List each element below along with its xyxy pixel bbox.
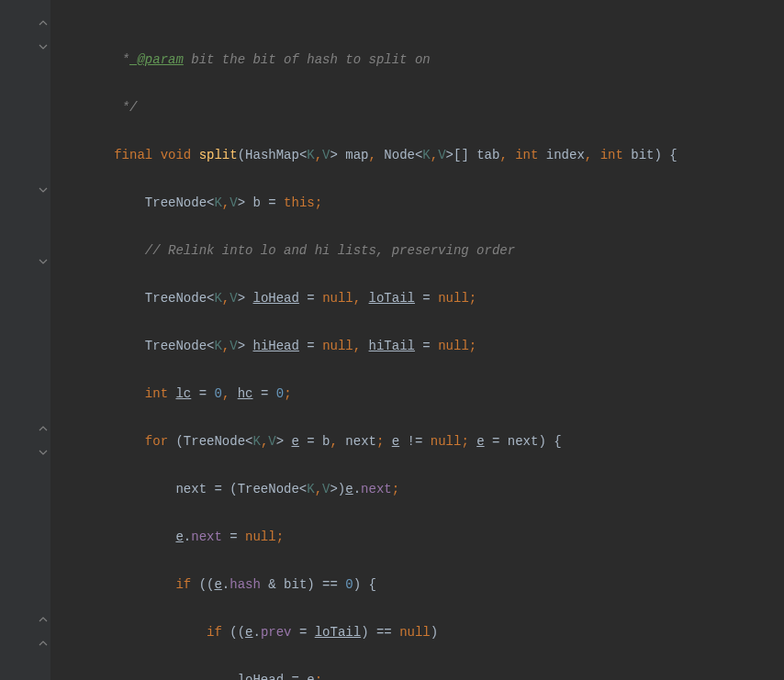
code-line[interactable]: for (TreeNode<K,V> e = b, next; e != nul…	[52, 429, 784, 453]
fold-up-icon[interactable]	[39, 615, 48, 624]
fold-down-icon[interactable]	[39, 448, 48, 457]
fold-up-icon[interactable]	[39, 18, 48, 28]
code-line[interactable]: TreeNode<K,V> hiHead = null, hiTail = nu…	[52, 334, 784, 358]
code-area[interactable]: * @param bit the bit of hash to split on…	[50, 0, 784, 680]
fold-down-icon[interactable]	[39, 257, 48, 266]
code-line[interactable]: e.next = null;	[52, 525, 784, 549]
code-line[interactable]: */	[52, 95, 784, 119]
fold-up-icon[interactable]	[39, 424, 48, 433]
fold-down-icon[interactable]	[39, 185, 48, 195]
code-line[interactable]: TreeNode<K,V> loHead = null, loTail = nu…	[52, 286, 784, 310]
code-line[interactable]: next = (TreeNode<K,V>)e.next;	[52, 477, 784, 501]
code-line[interactable]: int lc = 0, hc = 0;	[52, 382, 784, 406]
code-line[interactable]: if ((e.prev = loTail) == null)	[52, 620, 784, 644]
gutter	[0, 0, 50, 680]
fold-up-icon[interactable]	[39, 639, 48, 648]
code-line[interactable]: final void split(HashMap<K,V> map, Node<…	[52, 143, 784, 167]
code-line[interactable]: loHead = e;	[52, 668, 784, 680]
code-editor[interactable]: * @param bit the bit of hash to split on…	[0, 0, 784, 680]
fold-down-icon[interactable]	[39, 42, 48, 51]
code-line[interactable]: TreeNode<K,V> b = this;	[52, 191, 784, 215]
code-line[interactable]: * @param bit the bit of hash to split on	[52, 48, 784, 72]
code-line[interactable]: // Relink into lo and hi lists, preservi…	[52, 239, 784, 262]
code-line[interactable]: if ((e.hash & bit) == 0) {	[52, 573, 784, 596]
